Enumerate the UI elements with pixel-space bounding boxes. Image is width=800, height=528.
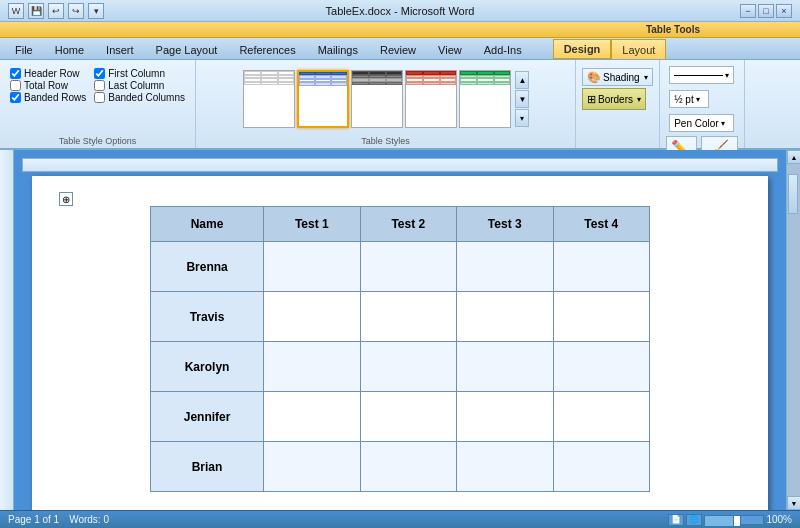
pen-color-dropdown[interactable]: Pen Color ▾	[669, 114, 734, 132]
borders-icon: ⊞	[587, 93, 596, 106]
customize-btn[interactable]: ▾	[88, 3, 104, 19]
cell-brenna-t2[interactable]	[360, 242, 456, 292]
view-btn-print[interactable]: 📄	[668, 514, 684, 526]
total-row-option[interactable]: Total Row	[10, 80, 86, 91]
cell-karolyn-t3[interactable]	[457, 342, 553, 392]
styles-scroll-down[interactable]: ▼	[515, 90, 529, 108]
tab-review[interactable]: Review	[369, 39, 427, 59]
minimize-btn[interactable]: −	[740, 4, 756, 18]
cell-travis-t2[interactable]	[360, 292, 456, 342]
tab-references[interactable]: References	[228, 39, 306, 59]
last-column-checkbox[interactable]	[94, 80, 105, 91]
cell-jennifer-t2[interactable]	[360, 392, 456, 442]
cell-karolyn-t4[interactable]	[553, 342, 650, 392]
cell-brian-t2[interactable]	[360, 442, 456, 492]
styles-expand[interactable]: ▾	[515, 109, 529, 127]
document-area: ⊕ Name Test 1 Test 2 Test 3 Test 4 Brenn…	[14, 150, 786, 510]
tab-view[interactable]: View	[427, 39, 473, 59]
tab-layout[interactable]: Layout	[611, 39, 666, 59]
cell-travis-t4[interactable]	[553, 292, 650, 342]
cell-brenna-t1[interactable]	[264, 242, 360, 292]
cell-travis-t1[interactable]	[264, 292, 360, 342]
col-header-test2: Test 2	[360, 207, 456, 242]
styles-nav: ▲ ▼ ▾	[515, 71, 529, 127]
word-icon: W	[8, 3, 24, 19]
borders-button[interactable]: ⊞ Borders ▾	[582, 88, 646, 110]
undo-btn[interactable]: ↩	[48, 3, 64, 19]
shading-label: Shading	[603, 72, 640, 83]
pen-style-arrow[interactable]: ▾	[725, 71, 729, 80]
right-scrollbar: ▲ ▼	[786, 150, 800, 510]
status-bar: Page 1 of 1 Words: 0 📄 🌐 100%	[0, 510, 800, 528]
pen-color-arrow[interactable]: ▾	[721, 119, 725, 128]
cell-jennifer-t4[interactable]	[553, 392, 650, 442]
cell-name-brian[interactable]: Brian	[151, 442, 264, 492]
cell-karolyn-t2[interactable]	[360, 342, 456, 392]
restore-btn[interactable]: □	[758, 4, 774, 18]
cell-brian-t1[interactable]	[264, 442, 360, 492]
style-options-checkboxes: Header Row First Column Total Row Last C…	[6, 64, 189, 107]
cell-brian-t3[interactable]	[457, 442, 553, 492]
header-row-option[interactable]: Header Row	[10, 68, 86, 79]
redo-btn[interactable]: ↪	[68, 3, 84, 19]
scroll-thumb-vertical[interactable]	[788, 174, 798, 214]
banded-columns-option[interactable]: Banded Columns	[94, 92, 185, 103]
table-row: Karolyn	[151, 342, 650, 392]
borders-dropdown-icon[interactable]: ▾	[637, 95, 641, 104]
table-style-3[interactable]	[351, 70, 403, 128]
style-options-content: Header Row First Column Total Row Last C…	[6, 64, 189, 134]
tab-insert[interactable]: Insert	[95, 39, 145, 59]
col-header-test3: Test 3	[457, 207, 553, 242]
view-btn-web[interactable]: 🌐	[686, 514, 702, 526]
tab-addins[interactable]: Add-Ins	[473, 39, 533, 59]
cell-name-travis[interactable]: Travis	[151, 292, 264, 342]
tab-design[interactable]: Design	[553, 39, 612, 59]
cell-name-karolyn[interactable]: Karolyn	[151, 342, 264, 392]
first-column-option[interactable]: First Column	[94, 68, 185, 79]
table-style-5[interactable]	[459, 70, 511, 128]
pen-weight-dropdown[interactable]: ½ pt ▾	[669, 90, 709, 108]
close-btn[interactable]: ×	[776, 4, 792, 18]
scroll-down-btn[interactable]: ▼	[787, 496, 800, 510]
total-row-checkbox[interactable]	[10, 80, 21, 91]
cell-brenna-t4[interactable]	[553, 242, 650, 292]
table-style-4[interactable]	[405, 70, 457, 128]
cell-name-brenna[interactable]: Brenna	[151, 242, 264, 292]
banded-rows-checkbox[interactable]	[10, 92, 21, 103]
scroll-up-btn[interactable]: ▲	[787, 150, 800, 164]
tab-home[interactable]: Home	[44, 39, 95, 59]
cell-brian-t4[interactable]	[553, 442, 650, 492]
tab-mailings[interactable]: Mailings	[307, 39, 369, 59]
cell-karolyn-t1[interactable]	[264, 342, 360, 392]
pen-weight-arrow[interactable]: ▾	[696, 95, 700, 104]
tab-file[interactable]: File	[4, 39, 44, 59]
document-page: ⊕ Name Test 1 Test 2 Test 3 Test 4 Brenn…	[32, 176, 768, 510]
first-column-checkbox[interactable]	[94, 68, 105, 79]
banded-columns-checkbox[interactable]	[94, 92, 105, 103]
borders-label: Borders	[598, 94, 633, 105]
last-column-option[interactable]: Last Column	[94, 80, 185, 91]
title-bar: W 💾 ↩ ↪ ▾ TableEx.docx - Microsoft Word …	[0, 0, 800, 22]
pen-style-dropdown[interactable]: ▾	[669, 66, 734, 84]
table-move-handle[interactable]: ⊕	[59, 192, 73, 206]
cell-name-jennifer[interactable]: Jennifer	[151, 392, 264, 442]
table-tools-label: Table Tools	[646, 24, 700, 35]
table-row: Brian	[151, 442, 650, 492]
table-style-1[interactable]	[243, 70, 295, 128]
save-quick-btn[interactable]: 💾	[28, 3, 44, 19]
ribbon-tabs: File Home Insert Page Layout References …	[0, 38, 800, 60]
table-style-2[interactable]	[297, 70, 349, 128]
shading-icon: 🎨	[587, 71, 601, 84]
cell-travis-t3[interactable]	[457, 292, 553, 342]
shading-dropdown-icon[interactable]: ▾	[644, 73, 648, 82]
zoom-slider[interactable]	[704, 515, 764, 525]
banded-rows-option[interactable]: Banded Rows	[10, 92, 86, 103]
cell-jennifer-t1[interactable]	[264, 392, 360, 442]
tab-page-layout[interactable]: Page Layout	[145, 39, 229, 59]
cell-jennifer-t3[interactable]	[457, 392, 553, 442]
shading-button[interactable]: 🎨 Shading ▾	[582, 68, 653, 86]
page-info: Page 1 of 1	[8, 514, 59, 525]
cell-brenna-t3[interactable]	[457, 242, 553, 292]
header-row-checkbox[interactable]	[10, 68, 21, 79]
styles-scroll-up[interactable]: ▲	[515, 71, 529, 89]
